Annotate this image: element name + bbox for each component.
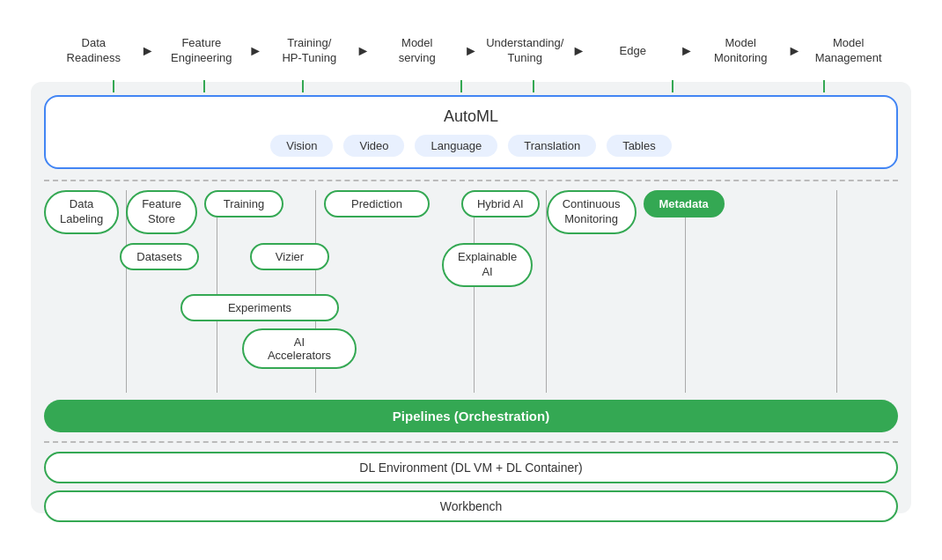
arrow-1: ► bbox=[141, 43, 155, 59]
automl-title: AutoML bbox=[63, 107, 879, 126]
data-labeling-pill: DataLabeling bbox=[44, 190, 119, 234]
step-understanding: Understanding/Tuning bbox=[480, 36, 570, 66]
step-model-monitoring: ModelMonitoring bbox=[695, 36, 786, 66]
step-feature-engineering: FeatureEngineering bbox=[156, 36, 247, 66]
automl-pill-vision: Vision bbox=[270, 135, 333, 157]
step-model-serving: Modelserving bbox=[372, 36, 462, 66]
automl-pills: Vision Video Language Translation Tables bbox=[63, 135, 879, 157]
ai-accelerators-pill: AIAccelerators bbox=[242, 328, 357, 369]
step-model-management: ModelManagement bbox=[803, 36, 894, 66]
vizier-pill: Vizier bbox=[250, 243, 329, 270]
automl-pill-translation: Translation bbox=[508, 135, 596, 157]
explainable-ai-pill: ExplainableAI bbox=[442, 243, 533, 287]
main-content-area: AutoML Vision Video Language Translation… bbox=[31, 82, 911, 513]
experiments-pill: Experiments bbox=[180, 294, 339, 321]
step-data-readiness: DataReadiness bbox=[48, 36, 139, 66]
step-training-hp: Training/HP-Tuning bbox=[264, 36, 355, 66]
arrow-4: ► bbox=[464, 43, 478, 59]
feature-store-pill: FeatureStore bbox=[126, 190, 197, 234]
diagram-container: DataReadiness ► FeatureEngineering ► Tra… bbox=[22, 20, 920, 540]
datasets-pill: Datasets bbox=[120, 243, 199, 270]
automl-pill-tables: Tables bbox=[607, 135, 672, 157]
dl-environment-pill: DL Environment (DL VM + DL Container) bbox=[44, 452, 898, 483]
automl-pill-language: Language bbox=[415, 135, 497, 157]
arrow-2: ► bbox=[248, 43, 262, 59]
dashed-separator-2 bbox=[44, 441, 898, 443]
arrow-5: ► bbox=[572, 43, 586, 59]
workbench-section: DL Environment (DL VM + DL Container) Wo… bbox=[44, 452, 898, 522]
arrow-3: ► bbox=[357, 43, 371, 59]
hybrid-ai-pill: Hybrid AI bbox=[461, 190, 540, 217]
dashed-separator-1 bbox=[44, 180, 898, 181]
prediction-pill: Prediction bbox=[324, 190, 430, 217]
automl-box: AutoML Vision Video Language Translation… bbox=[44, 95, 898, 169]
training-pill: Training bbox=[204, 190, 283, 217]
continuous-monitoring-pill: ContinuousMonitoring bbox=[547, 190, 637, 234]
pipelines-bar: Pipelines (Orchestration) bbox=[44, 400, 898, 432]
step-edge: Edge bbox=[587, 44, 678, 59]
pipeline-header: DataReadiness ► FeatureEngineering ► Tra… bbox=[22, 20, 920, 82]
arrow-6: ► bbox=[680, 43, 694, 59]
arrow-7: ► bbox=[788, 43, 802, 59]
automl-pill-video: Video bbox=[343, 135, 404, 157]
metadata-pill: Metadata bbox=[644, 190, 725, 217]
workbench-pill: Workbench bbox=[44, 490, 898, 522]
